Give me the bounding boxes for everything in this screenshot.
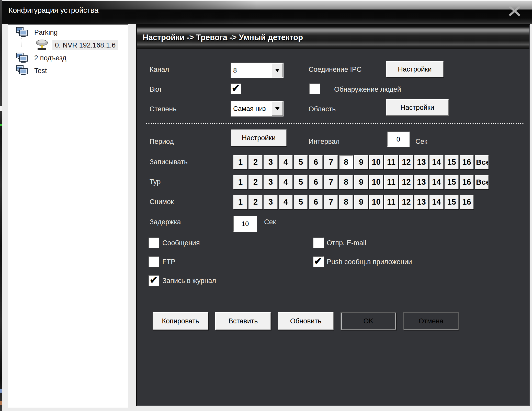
ipc-settings-button[interactable]: Настройки (386, 61, 444, 77)
channel-button-10[interactable]: 10 (369, 175, 383, 189)
checkbox-label: Сообщения (162, 239, 200, 247)
channel-button-15[interactable]: 15 (445, 175, 459, 189)
separator (146, 123, 525, 124)
channel-button-10[interactable]: 10 (369, 155, 383, 169)
channel-button-4[interactable]: 4 (279, 175, 293, 189)
nvr-icon (35, 39, 49, 51)
channel-button-13[interactable]: 13 (414, 175, 428, 189)
checkbox-0[interactable] (149, 238, 159, 248)
enable-checkbox[interactable] (231, 84, 241, 94)
checkbox-3[interactable] (313, 256, 324, 267)
channel-button-2[interactable]: 2 (248, 155, 263, 169)
checkbox-1[interactable] (313, 238, 324, 248)
channel-button-8[interactable]: 8 (339, 155, 353, 169)
tree-item-label: 2 подъезд (32, 53, 69, 63)
computers-icon (16, 27, 28, 38)
refresh-button[interactable]: Обновить (278, 312, 334, 330)
channel-button-12[interactable]: 12 (399, 195, 413, 209)
channel-button-6[interactable]: 6 (309, 175, 323, 189)
channel-button-8[interactable]: 8 (339, 175, 353, 189)
channel-button-all[interactable]: Все (475, 155, 489, 169)
channel-button-12[interactable]: 12 (399, 155, 413, 169)
channel-button-7[interactable]: 7 (324, 195, 338, 209)
channel-button-2[interactable]: 2 (248, 175, 263, 189)
checkbox-4[interactable] (149, 275, 159, 286)
tree-item-3[interactable]: Test (8, 64, 128, 77)
copy-button[interactable]: Копировать (153, 312, 208, 330)
device-tree: Parking0. NVR 192.168.1.62 подъездTest (8, 24, 128, 408)
checkbox-label: FTP (162, 258, 175, 266)
channel-button-all[interactable]: Все (475, 175, 489, 189)
background-window-sliver (0, 0, 2, 411)
enable-label: Вкл (150, 86, 161, 93)
checkbox-item-4: Запись в журнал (149, 275, 216, 286)
channel-button-5[interactable]: 5 (294, 175, 308, 189)
channel-button-7[interactable]: 7 (324, 155, 338, 169)
channel-button-14[interactable]: 14 (429, 175, 444, 189)
interval-input[interactable]: 0 (387, 132, 410, 147)
channel-button-4[interactable]: 4 (279, 155, 293, 169)
interval-unit: Сек (415, 138, 427, 146)
channel-button-3[interactable]: 3 (264, 175, 278, 189)
channel-button-2[interactable]: 2 (248, 195, 263, 209)
tree-item-2[interactable]: 2 подъезд (8, 52, 128, 64)
dialog-titlebar[interactable]: Конфигурация устройства (2, 0, 532, 24)
channel-button-13[interactable]: 13 (414, 155, 428, 169)
channel-button-13[interactable]: 13 (414, 195, 428, 209)
channel-button-7[interactable]: 7 (324, 175, 338, 189)
delay-input[interactable]: 10 (233, 216, 257, 232)
checkbox-item-2: FTP (149, 256, 175, 267)
checkbox-2[interactable] (149, 256, 159, 267)
channel-button-6[interactable]: 6 (309, 195, 323, 209)
channel-label: Канал (150, 66, 169, 74)
settings-panel: Настройки -> Тревога -> Умный детектор К… (136, 24, 530, 406)
human-detect-checkbox[interactable] (309, 84, 320, 94)
close-icon[interactable] (508, 5, 521, 17)
channel-button-14[interactable]: 14 (429, 155, 444, 169)
area-label: Область (309, 105, 336, 113)
channel-select[interactable]: 8 (231, 63, 284, 78)
channel-button-5[interactable]: 5 (294, 195, 308, 209)
chevron-down-icon[interactable] (272, 101, 283, 116)
ok-button[interactable]: OK (341, 312, 396, 330)
cancel-button[interactable]: Отмена (403, 312, 459, 330)
tree-item-0[interactable]: Parking (8, 26, 128, 39)
area-settings-button[interactable]: Настройки (386, 99, 449, 116)
channel-button-1[interactable]: 1 (233, 195, 247, 209)
channel-button-1[interactable]: 1 (233, 155, 247, 169)
dialog-title: Конфигурация устройства (8, 6, 98, 15)
tree-item-label: Test (32, 66, 50, 76)
channel-button-6[interactable]: 6 (309, 155, 323, 169)
channel-button-1[interactable]: 1 (233, 175, 247, 189)
channel-button-4[interactable]: 4 (279, 195, 293, 209)
channel-button-15[interactable]: 15 (445, 155, 459, 169)
period-settings-button[interactable]: Настройки (231, 130, 287, 146)
channel-button-11[interactable]: 11 (384, 195, 398, 209)
checkbox-item-0: Сообщения (149, 238, 200, 248)
channel-button-9[interactable]: 9 (354, 175, 368, 189)
level-select[interactable]: Самая низ (231, 101, 284, 116)
channel-button-5[interactable]: 5 (294, 155, 308, 169)
channel-button-9[interactable]: 9 (354, 195, 368, 209)
channel-button-16[interactable]: 16 (460, 195, 474, 209)
channel-button-8[interactable]: 8 (339, 195, 353, 209)
channel-button-3[interactable]: 3 (264, 155, 278, 169)
channel-button-11[interactable]: 11 (384, 155, 398, 169)
delay-label: Задержка (150, 218, 181, 226)
chevron-down-icon[interactable] (272, 63, 283, 77)
channel-button-15[interactable]: 15 (445, 195, 459, 209)
checkbox-label: Push сообщ.в приложении (327, 258, 412, 266)
snapshot-label: Снимок (150, 198, 174, 206)
background-artifact (0, 389, 2, 393)
tree-item-1[interactable]: 0. NVR 192.168.1.6 (8, 39, 128, 52)
channel-button-16[interactable]: 16 (460, 175, 474, 189)
channel-button-14[interactable]: 14 (429, 195, 444, 209)
paste-button[interactable]: Вставить (215, 312, 271, 330)
channel-button-12[interactable]: 12 (399, 175, 413, 189)
channel-button-3[interactable]: 3 (264, 195, 278, 209)
record-label: Записывать (150, 158, 188, 166)
channel-button-11[interactable]: 11 (384, 175, 398, 189)
channel-button-10[interactable]: 10 (369, 195, 383, 209)
channel-button-9[interactable]: 9 (354, 155, 368, 169)
channel-button-16[interactable]: 16 (460, 155, 474, 169)
